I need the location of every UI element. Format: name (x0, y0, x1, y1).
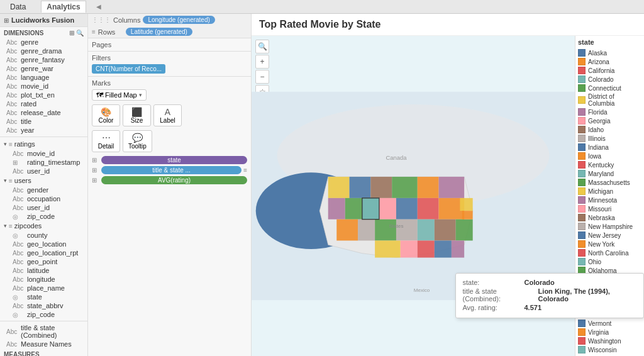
group-zipcodes[interactable]: ▾ ≡ zipcodes (0, 221, 87, 231)
color-button[interactable]: 🎨 Color (92, 104, 120, 126)
legend-item-label: Indiana (588, 144, 609, 151)
color-icon: 🎨 (101, 107, 111, 117)
detail-button[interactable]: ⋯ Detail (92, 130, 120, 152)
dim-genre[interactable]: Abc genre (0, 38, 87, 47)
legend-item[interactable]: Kentucky (578, 160, 641, 169)
field-title-pill[interactable]: title & state ... (101, 166, 242, 174)
dim-ratings-movie-id[interactable]: Abc movie_id (0, 149, 87, 158)
legend-color-swatch (578, 346, 586, 353)
legend-item[interactable]: Iowa (578, 152, 641, 160)
legend-item-label: District of Columbia (588, 93, 641, 107)
legend-color-swatch (578, 152, 586, 160)
dim-users-zip[interactable]: ◎ zip_code (0, 212, 87, 221)
dim-genre-war[interactable]: Abc genre_war (0, 64, 87, 73)
legend-item[interactable]: Connecticut (578, 84, 641, 92)
dim-ratings-user-id[interactable]: Abc user_id (0, 167, 87, 175)
dim-language[interactable]: Abc language (0, 73, 87, 82)
dim-geo-location[interactable]: Abc geo_location (0, 240, 87, 248)
dim-year[interactable]: Abc year (0, 126, 87, 135)
legend-item[interactable]: Ohio (578, 257, 641, 266)
dim-movie-id[interactable]: Abc movie_id (0, 82, 87, 91)
main-content: Top Rated Movie by State 🔍 + − ☆ ▶ (252, 14, 644, 356)
legend-item[interactable]: Colorado (578, 75, 641, 84)
legend-item[interactable]: Maryland (578, 169, 641, 178)
tab-data[interactable]: Data (5, 1, 31, 13)
col-row-bar: ⋮⋮⋮ Columns Longitude (generated) ≡ Rows… (88, 14, 251, 38)
legend-item[interactable]: New Jersey (578, 231, 641, 240)
legend-item[interactable]: Alaska (578, 48, 641, 57)
legend-item[interactable]: Florida (578, 108, 641, 116)
dim-title[interactable]: Abc title (0, 117, 87, 126)
legend-item[interactable]: Idaho (578, 125, 641, 134)
legend-color-swatch (578, 179, 586, 186)
dim-geo-location-rpt[interactable]: Abc geo_location_rpt (0, 248, 87, 257)
legend-item[interactable]: Nebraska (578, 213, 641, 222)
legend-item[interactable]: Minnesota (578, 196, 641, 204)
legend-item[interactable]: Michigan (578, 187, 641, 196)
legend-item-label: Massachusetts (588, 179, 630, 186)
grid-icon[interactable]: ⊞ (69, 30, 74, 36)
legend-item[interactable]: Wisconsin (578, 345, 641, 354)
svg-rect-14 (418, 198, 439, 220)
rows-pill[interactable]: Latitude (generated) (126, 28, 192, 36)
dim-release-date[interactable]: Abc release_date (0, 108, 87, 117)
legend-item[interactable]: Missouri (578, 204, 641, 213)
columns-icon: ⋮⋮⋮ (92, 16, 111, 23)
field-rating-pill[interactable]: AVG(rating) (101, 176, 247, 184)
group-users[interactable]: ▾ ≡ users (0, 175, 87, 186)
legend-item[interactable]: New York (578, 240, 641, 248)
svg-text:Canada: Canada (386, 154, 407, 161)
dim-rating-timestamp[interactable]: ⊞ rating_timestamp (0, 158, 87, 167)
legend-item[interactable]: Massachusetts (578, 178, 641, 187)
dim-rated[interactable]: Abc rated (0, 99, 87, 108)
legend-item[interactable]: District of Columbia (578, 92, 641, 108)
dim-genre-fantasy[interactable]: Abc genre_fantasy (0, 55, 87, 64)
legend-color-swatch (578, 161, 586, 169)
sort-icon[interactable]: ≡ (243, 167, 247, 174)
marks-fields: ⊞ state ⊞ title & state ... ≡ ⊞ AVG(rati… (92, 156, 247, 184)
tab-analytics[interactable]: Analytics (41, 1, 86, 13)
legend-item-label: Idaho (588, 126, 604, 133)
filter-pill[interactable]: CNT(Number of Reco... (92, 64, 165, 74)
dim-combined[interactable]: Abc title & state (Combined) (0, 323, 87, 340)
size-button[interactable]: ⬛ Size (123, 104, 151, 126)
dim-state-abbrv[interactable]: Abc state_abbrv (0, 301, 87, 310)
legend-item[interactable]: California (578, 66, 641, 75)
dim-plot[interactable]: Abc plot_txt_en (0, 91, 87, 99)
tooltip-rating-row: Avg. rating: 4.571 (462, 304, 637, 311)
legend-item[interactable]: Georgia (578, 116, 641, 125)
dim-occupation[interactable]: Abc occupation (0, 194, 87, 203)
dim-state[interactable]: ◎ state (0, 292, 87, 301)
dim-measure-names[interactable]: Abc Measure Names (0, 340, 87, 348)
legend-item-label: Minnesota (588, 197, 617, 204)
legend-title: state (578, 38, 641, 46)
dim-longitude[interactable]: Abc longitude (0, 275, 87, 284)
legend-item[interactable]: Washington (578, 337, 641, 345)
dim-zip-code[interactable]: ◎ zip_code (0, 310, 87, 319)
tooltip-icon: 💬 (132, 133, 143, 143)
dim-gender[interactable]: Abc gender (0, 186, 87, 194)
dim-geo-point[interactable]: Abc geo_point (0, 257, 87, 266)
group-ratings[interactable]: ▾ ≡ ratings (0, 139, 87, 149)
legend-item[interactable]: Arizona (578, 57, 641, 66)
dim-county[interactable]: ◎ county (0, 231, 87, 240)
legend-item[interactable]: Vermont (578, 319, 641, 328)
field-title-icon: ⊞ (92, 167, 99, 174)
legend-item[interactable]: Indiana (578, 143, 641, 152)
label-button[interactable]: A Label (153, 104, 182, 126)
legend-item[interactable]: Virginia (578, 328, 641, 337)
dim-place-name[interactable]: Abc place_name (0, 284, 87, 292)
columns-pill[interactable]: Longitude (generated) (143, 16, 214, 24)
legend-item[interactable]: North Carolina (578, 248, 641, 257)
legend-color-swatch (578, 67, 586, 74)
dim-latitude[interactable]: Abc latitude (0, 266, 87, 275)
legend-item[interactable]: New Hampshire (578, 222, 641, 231)
tooltip-button[interactable]: 💬 Tooltip (123, 130, 152, 152)
marks-type-select[interactable]: 🗺 Filled Map ▾ (92, 89, 147, 101)
search-icon[interactable]: 🔍 (76, 30, 84, 36)
dim-genre-drama[interactable]: Abc genre_drama (0, 47, 87, 55)
legend-item[interactable]: Illinois (578, 134, 641, 143)
dim-users-user-id[interactable]: Abc user_id (0, 203, 87, 212)
svg-rect-4 (350, 177, 371, 198)
field-state-pill[interactable]: state (101, 156, 247, 164)
